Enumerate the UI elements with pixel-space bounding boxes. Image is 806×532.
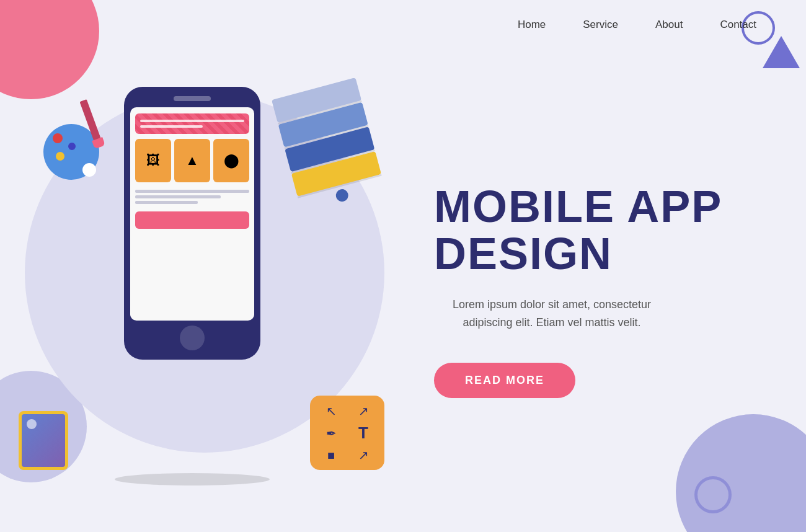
design-tools-card: ↖ ↗ ✒ T ■ ↗ bbox=[310, 396, 384, 470]
phone-text-lines bbox=[135, 187, 249, 206]
headline-line2: DESIGN bbox=[434, 229, 613, 278]
dot-blue bbox=[68, 143, 76, 150]
card-circle-icon: ⬤ bbox=[224, 153, 239, 169]
nav-contact[interactable]: Contact bbox=[720, 19, 756, 31]
text-line-medium bbox=[135, 195, 221, 198]
main-content: 🖼 ▲ ⬤ bbox=[0, 50, 806, 532]
phone-notch bbox=[174, 96, 211, 101]
headline-line1: MOBILE APP bbox=[434, 182, 722, 231]
phone-home-button bbox=[180, 326, 205, 350]
phone-shadow bbox=[115, 473, 270, 485]
nav-home[interactable]: Home bbox=[518, 19, 546, 31]
text-line-long bbox=[135, 190, 249, 193]
phone-cta-bar bbox=[135, 211, 249, 229]
hero-description: Lorem ipsum dolor sit amet, consectetur … bbox=[434, 296, 670, 332]
palette-thumb bbox=[82, 163, 96, 177]
text-tool-icon: T bbox=[358, 423, 368, 443]
card-triangle-icon: ▲ bbox=[185, 153, 199, 169]
tablet-screen bbox=[22, 414, 65, 467]
phone-card-2: ▲ bbox=[174, 139, 210, 182]
dot-yellow bbox=[56, 152, 64, 161]
cursor-tool-icon: ↖ bbox=[326, 404, 337, 419]
pen-tool-icon: ✒ bbox=[326, 426, 337, 441]
nav-service[interactable]: Service bbox=[583, 19, 618, 31]
illustration-area: 🖼 ▲ ⬤ bbox=[0, 50, 422, 532]
arrow-tool-icon: ↗ bbox=[358, 448, 369, 463]
phone-line-2 bbox=[140, 125, 203, 128]
hero-headline: MOBILE APP DESIGN bbox=[434, 184, 756, 277]
phone-card-3: ⬤ bbox=[213, 139, 249, 182]
card-image-icon: 🖼 bbox=[146, 153, 160, 169]
dot-red bbox=[53, 133, 63, 143]
nav-about[interactable]: About bbox=[655, 19, 683, 31]
phone-screen: 🖼 ▲ ⬤ bbox=[130, 107, 254, 321]
rectangle-tool-icon: ■ bbox=[327, 448, 335, 463]
color-swatches bbox=[272, 78, 386, 213]
phone-mockup: 🖼 ▲ ⬤ bbox=[124, 87, 260, 360]
phone-card-1: 🖼 bbox=[135, 139, 171, 182]
phone-line-1 bbox=[140, 120, 244, 122]
phone-cards-row: 🖼 ▲ ⬤ bbox=[135, 139, 249, 182]
navigation: Home Service About Contact bbox=[0, 0, 806, 50]
text-line-short bbox=[135, 201, 198, 204]
tablet-dot bbox=[27, 419, 37, 429]
phone-header-bar bbox=[135, 113, 249, 134]
swatch-handle bbox=[334, 188, 349, 203]
tablet-device bbox=[19, 411, 68, 470]
hero-content: MOBILE APP DESIGN Lorem ipsum dolor sit … bbox=[422, 159, 806, 423]
read-more-button[interactable]: READ MORE bbox=[434, 363, 575, 398]
cursor2-tool-icon: ↗ bbox=[358, 404, 369, 419]
